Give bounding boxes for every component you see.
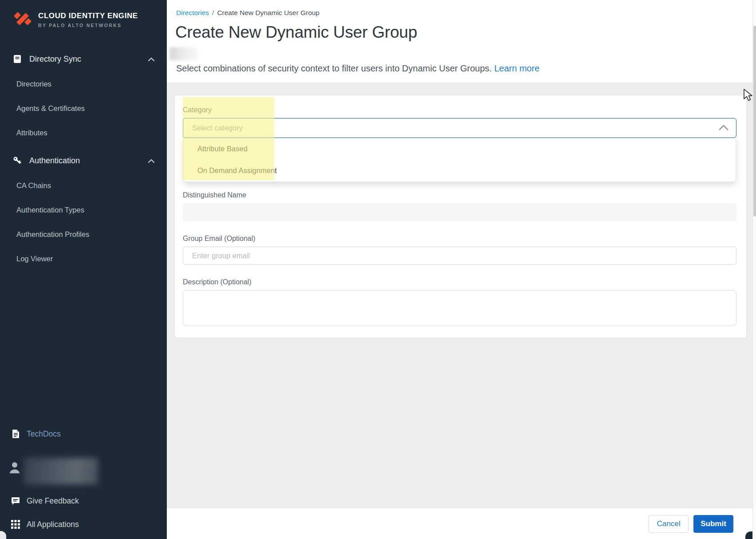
brand: CLOUD IDENTITY ENGINE BY PALO ALTO NETWO… xyxy=(12,9,138,30)
category-dropdown-menu: Attribute Based On Demand Assignment xyxy=(183,138,736,182)
description-label: Description (Optional) xyxy=(183,278,736,286)
all-applications-label: All Applications xyxy=(27,520,79,529)
category-select-placeholder: Select category xyxy=(192,124,243,132)
page-title: Create New Dynamic User Group xyxy=(175,23,417,42)
user-name-redacted xyxy=(24,458,98,484)
redacted-chip xyxy=(169,47,198,60)
brand-title: CLOUD IDENTITY ENGINE xyxy=(38,12,138,20)
cancel-button[interactable]: Cancel xyxy=(649,515,689,533)
brand-subtitle: BY PALO ALTO NETWORKS xyxy=(38,23,138,28)
category-label: Category xyxy=(183,106,736,114)
book-icon xyxy=(12,54,22,64)
form-background: Category Select category Attribute Based… xyxy=(167,83,756,508)
document-icon xyxy=(11,429,20,439)
distinguished-name-label: Distinguished Name xyxy=(183,191,736,199)
learn-more-link[interactable]: Learn more xyxy=(494,63,539,73)
group-email-field[interactable] xyxy=(183,247,736,265)
sidebar-item-attributes[interactable]: Attributes xyxy=(0,121,167,145)
sidebar-item-ca-chains[interactable]: CA Chains xyxy=(0,173,167,198)
techdocs-label: TechDocs xyxy=(27,429,61,439)
sidebar-section-directory-sync[interactable]: Directory Sync xyxy=(0,46,167,72)
sidebar-item-label: Agents & Certificates xyxy=(16,104,85,113)
distinguished-name-field xyxy=(183,203,736,221)
sidebar-item-label: Log Viewer xyxy=(16,255,53,263)
sidebar-item-authentication-types[interactable]: Authentication Types xyxy=(0,198,167,222)
sidebar-item-agents-certificates[interactable]: Agents & Certificates xyxy=(0,96,167,121)
sidebar-item-label: Directories xyxy=(16,80,51,88)
breadcrumb-separator: / xyxy=(212,9,214,16)
sidebar-section-label: Authentication xyxy=(29,156,80,165)
feedback-chat-icon xyxy=(11,496,20,506)
apps-grid-icon xyxy=(11,519,20,529)
group-email-label: Group Email (Optional) xyxy=(183,235,736,243)
sidebar-item-authentication-profiles[interactable]: Authentication Profiles xyxy=(0,222,167,247)
submit-button[interactable]: Submit xyxy=(693,515,733,533)
breadcrumb-directories-link[interactable]: Directories xyxy=(176,9,209,16)
dynamic-user-group-form-card: Category Select category Attribute Based… xyxy=(174,95,747,338)
option-attribute-based[interactable]: Attribute Based xyxy=(184,138,736,160)
sidebar-section-label: Directory Sync xyxy=(29,55,81,64)
page-scrollbar[interactable] xyxy=(752,0,756,539)
cloud-identity-engine-app: CLOUD IDENTITY ENGINE BY PALO ALTO NETWO… xyxy=(0,0,756,539)
sidebar-item-log-viewer[interactable]: Log Viewer xyxy=(0,247,167,271)
sidebar-item-give-feedback[interactable]: Give Feedback xyxy=(0,491,167,511)
sidebar-item-techdocs[interactable]: TechDocs xyxy=(0,422,167,445)
sidebar-item-label: Authentication Types xyxy=(16,206,84,214)
sidebar-item-directories[interactable]: Directories xyxy=(0,72,167,96)
key-icon xyxy=(12,156,22,165)
description-field[interactable] xyxy=(183,290,736,326)
sidebar-item-label: Attributes xyxy=(16,129,47,137)
user-avatar-icon[interactable] xyxy=(9,461,20,474)
scrollbar-thumb[interactable] xyxy=(753,26,756,216)
page-subtitle-text: Select combinations of security context … xyxy=(176,63,492,73)
sidebar-section-authentication[interactable]: Authentication xyxy=(0,148,167,173)
give-feedback-label: Give Feedback xyxy=(27,496,79,506)
main-content: Directories/Create New Dynamic User Grou… xyxy=(167,0,756,539)
palo-alto-logo-icon xyxy=(12,9,33,30)
action-bar: Cancel Submit xyxy=(167,508,756,539)
chevron-up-icon[interactable] xyxy=(719,124,728,132)
option-on-demand-assignment[interactable]: On Demand Assignment xyxy=(184,160,736,181)
mouse-cursor xyxy=(743,89,754,104)
sidebar-item-label: Authentication Profiles xyxy=(16,230,89,239)
sidebar-item-label: CA Chains xyxy=(16,181,51,190)
sidebar: CLOUD IDENTITY ENGINE BY PALO ALTO NETWO… xyxy=(0,0,167,539)
category-select[interactable]: Select category xyxy=(183,118,736,138)
breadcrumb: Directories/Create New Dynamic User Grou… xyxy=(176,9,319,17)
chevron-up-icon[interactable] xyxy=(148,156,154,165)
page-subtitle: Select combinations of security context … xyxy=(176,63,539,74)
sidebar-item-all-applications[interactable]: All Applications xyxy=(0,514,167,535)
breadcrumb-current: Create New Dynamic User Group xyxy=(217,9,319,16)
chevron-up-icon[interactable] xyxy=(148,55,154,64)
sidebar-nav: Directory Sync Directories Agents & Cert… xyxy=(0,46,167,271)
